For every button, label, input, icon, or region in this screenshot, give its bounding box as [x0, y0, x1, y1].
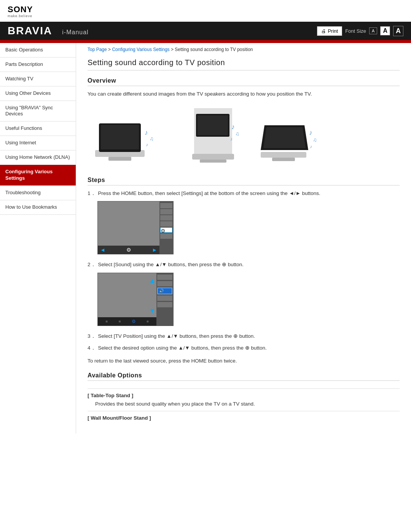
font-size-label: Font Size: [345, 28, 366, 34]
step-1: 1． Press the HOME button, then select [S…: [88, 189, 400, 198]
option-1-desc: Provides the best sound quality when you…: [88, 400, 400, 408]
bb-item-1: ■: [105, 319, 108, 323]
breadcrumb-configuring[interactable]: Configuring Various Settings: [112, 47, 169, 52]
sidebar-item-bravia-sync[interactable]: Using "BRAVIA" Sync Devices: [0, 101, 76, 122]
sidebar-item-bookmarks[interactable]: How to Use Bookmarks: [0, 200, 76, 215]
step-2: 2． Select [Sound] using the ▲/▼ buttons,…: [88, 260, 400, 269]
up-arrow-icon: ▲: [149, 277, 156, 285]
sidebar-item-home-network[interactable]: Using Home Network (DLNA): [0, 150, 76, 165]
print-button[interactable]: 🖨 Print: [317, 26, 342, 36]
steps-list: 1． Press the HOME button, then select [S…: [88, 189, 400, 198]
svg-rect-11: [198, 115, 228, 135]
print-label: Print: [328, 28, 338, 34]
bravia-logo: BRAVIA: [8, 25, 52, 37]
step-4-text: Select the desired option using the ▲/▼ …: [98, 344, 267, 352]
arrow-right-icon: ►: [152, 247, 157, 253]
right-panel-2: 🔊: [156, 273, 173, 326]
rp-item-3: [157, 296, 172, 301]
sidebar-item-configuring-settings[interactable]: Configuring Various Settings: [0, 165, 76, 186]
sidebar-item-using-internet[interactable]: Using Internet: [0, 136, 76, 150]
svg-text:♪: ♪: [231, 123, 235, 131]
rp-item-4: [157, 302, 172, 307]
imanual-text: i-Manual: [62, 29, 88, 36]
bottom-bar-1: ◄ ⚙ ►: [98, 246, 159, 254]
font-size-large-button[interactable]: A: [393, 26, 403, 36]
menu-item-1: [160, 203, 172, 208]
tv-illustrations: ♪ ♫ ♪ ♪ ♫ ♪: [88, 104, 400, 169]
svg-text:♫: ♫: [235, 131, 239, 137]
sidebar-item-useful-functions[interactable]: Useful Functions: [0, 121, 76, 136]
step-2-text: Select [Sound] using the ▲/▼ buttons, th…: [98, 260, 244, 269]
sidebar-item-basic-operations[interactable]: Basic Operations: [0, 43, 76, 58]
sony-area: SONY make.believe: [0, 0, 411, 22]
breadcrumb-sep2: >: [171, 47, 175, 52]
svg-text:♫: ♫: [150, 136, 154, 142]
svg-rect-8: [192, 154, 234, 160]
rp-item-1: [157, 275, 172, 280]
option-2-title: [ Wall Mount/Floor Stand ]: [88, 411, 400, 421]
tagline: make.believe: [8, 14, 403, 18]
option-section: [ Table-Top Stand ] Provides the best so…: [88, 388, 400, 421]
overview-text: You can create different sound images fr…: [88, 90, 400, 98]
top-bar: BRAVIA i-Manual 🖨 Print Font Size A A A: [0, 22, 411, 40]
font-size-medium-button[interactable]: A: [380, 26, 390, 35]
tv-illustration-1: ♪ ♫ ♪: [88, 108, 164, 169]
step-3-text: Select [TV Position] using the ▲/▼ butto…: [98, 332, 255, 340]
sidebar: Basic Operations Parts Description Watch…: [0, 43, 76, 434]
tv-illustration-3: ♪ ♫ ♪: [255, 112, 323, 169]
bb-item-2: ■: [118, 319, 121, 323]
svg-marker-18: [263, 127, 306, 148]
svg-text:♪: ♪: [145, 129, 148, 136]
breadcrumb: Top Page > Configuring Various Settings …: [88, 47, 400, 52]
tv-illustration-2: ♪ ♫ ♪: [171, 104, 247, 169]
menu-item-2: [160, 209, 172, 214]
available-heading: Available Options: [88, 372, 400, 381]
down-arrow-icon: ▼: [149, 307, 156, 315]
bottom-bar-2: ■ ■ ⚙ ■: [98, 317, 156, 326]
step-1-num: 1．: [88, 189, 96, 198]
header-controls: 🖨 Print Font Size A A A: [317, 26, 403, 36]
breadcrumb-top-page[interactable]: Top Page: [88, 47, 107, 52]
rp-item-2: [157, 281, 172, 286]
rp-item-sound: 🔊: [157, 288, 172, 294]
sidebar-item-using-other-devices[interactable]: Using Other Devices: [0, 86, 76, 101]
arrow-left-icon: ◄: [100, 247, 105, 253]
content-area: Top Page > Configuring Various Settings …: [76, 43, 411, 434]
step-4: 4． Select the desired option using the ▲…: [88, 344, 400, 352]
print-icon: 🖨: [321, 28, 326, 34]
svg-rect-3: [101, 125, 139, 149]
sidebar-item-watching-tv[interactable]: Watching TV: [0, 72, 76, 86]
svg-text:♪: ♪: [146, 142, 148, 147]
sidebar-item-troubleshooting[interactable]: Troubleshooting: [0, 186, 76, 200]
step-3-num: 3．: [88, 332, 96, 340]
red-stripe: [0, 40, 411, 43]
steps-list-2: 2． Select [Sound] using the ▲/▼ buttons,…: [88, 260, 400, 269]
svg-text:♪: ♪: [310, 144, 312, 149]
return-note: To return to the last viewed source, pre…: [88, 357, 400, 365]
menu-item-4: [160, 221, 172, 227]
sony-logo: SONY: [8, 5, 403, 14]
sound-icon: 🔊: [159, 289, 164, 293]
svg-text:♫: ♫: [313, 137, 317, 143]
step-4-num: 4．: [88, 344, 96, 352]
steps-heading: Steps: [88, 177, 400, 185]
screen-mockup-1: ⚙ ◄ ⚙ ►: [97, 201, 174, 254]
svg-rect-1: [108, 157, 131, 161]
overview-heading: Overview: [88, 77, 400, 86]
sidebar-item-parts-description[interactable]: Parts Description: [0, 58, 76, 72]
svg-rect-9: [200, 160, 226, 163]
menu-item-5: [160, 233, 172, 239]
svg-text:♪: ♪: [230, 136, 233, 142]
step-2-num: 2．: [88, 260, 96, 269]
menu-item-selected: ⚙: [160, 227, 172, 233]
breadcrumb-current: Setting sound according to TV position: [175, 47, 253, 52]
settings-icon-2: ⚙: [132, 319, 136, 324]
bb-item-3: ■: [147, 319, 149, 323]
svg-rect-16: [272, 158, 295, 161]
step-3: 3． Select [TV Position] using the ▲/▼ bu…: [88, 332, 400, 340]
logo-section: BRAVIA i-Manual: [8, 25, 89, 37]
font-size-small-button[interactable]: A: [369, 27, 377, 34]
right-panel-1: ⚙: [159, 201, 173, 254]
option-1-title: [ Table-Top Stand ]: [88, 388, 400, 398]
main-layout: Basic Operations Parts Description Watch…: [0, 43, 411, 434]
